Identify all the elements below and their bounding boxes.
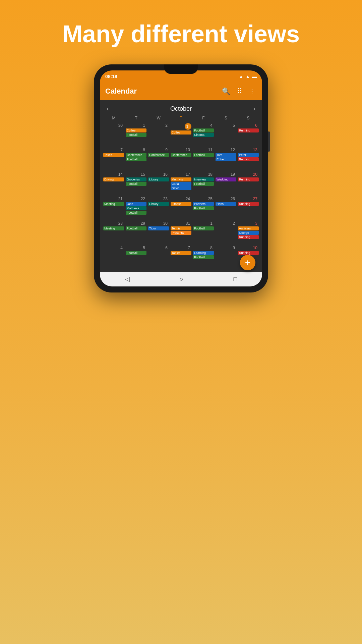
event-driving[interactable]: Driving (103, 177, 124, 181)
event-wedding[interactable]: Wedding (216, 177, 236, 181)
event-conference-10[interactable]: Conference (171, 153, 191, 157)
event-football-5[interactable]: Football (126, 251, 146, 255)
event-football-8b[interactable]: Football (193, 255, 214, 259)
event-football-15[interactable]: Football (126, 182, 146, 186)
event-mom-visit[interactable]: Mom visit (171, 177, 191, 181)
event-football[interactable]: Football (126, 133, 146, 137)
event-partners[interactable]: Partners (193, 202, 214, 206)
event-taxes[interactable]: Taxes (103, 153, 124, 157)
cal-cell-oct13[interactable]: 13 Peter Running (237, 147, 259, 171)
event-running-3[interactable]: Running (238, 235, 259, 239)
cal-cell-oct8[interactable]: 8 Conference Football (125, 147, 147, 171)
search-icon[interactable]: 🔍 (221, 86, 232, 97)
cal-cell-oct31[interactable]: 31 Tennis Presenta (170, 220, 192, 245)
event-carla[interactable]: Carla (171, 182, 191, 186)
cal-cell-oct5[interactable]: 5 (215, 122, 237, 147)
event-running-6[interactable]: Running (238, 128, 259, 132)
cal-cell-oct23[interactable]: 23 Library (147, 196, 170, 220)
cal-cell-oct22[interactable]: 22 Jane Math exa Football (125, 196, 147, 220)
cal-cell-oct25[interactable]: 25 Partners Football (192, 196, 215, 220)
cal-cell-nov2[interactable]: 2 (215, 220, 237, 245)
cal-cell-oct26[interactable]: 26 Hans (215, 196, 237, 220)
event-running-13[interactable]: Running (238, 157, 259, 161)
event-football-nov1[interactable]: Football (193, 226, 214, 230)
cal-cell-nov6[interactable]: 6 (147, 245, 170, 269)
next-month-button[interactable]: › (253, 105, 255, 112)
cal-cell-nov9[interactable]: 9 (215, 245, 237, 269)
cal-cell-sep30[interactable]: 30 (103, 122, 125, 147)
cal-cell-oct27[interactable]: 27 Running (237, 196, 259, 220)
event-cinema[interactable]: Cinema (193, 133, 214, 137)
event-conference-span[interactable]: Conference (148, 153, 169, 157)
add-event-fab[interactable]: + (240, 255, 255, 270)
event-groceries[interactable]: Groceries (126, 177, 146, 181)
event-football-18[interactable]: Football (193, 182, 214, 186)
cal-cell-oct9[interactable]: 9 Conference (147, 147, 170, 171)
event-annivers[interactable]: Annivers (238, 226, 259, 230)
cal-cell-oct28[interactable]: 28 Meeting (103, 220, 125, 245)
event-football-22[interactable]: Football (126, 211, 146, 215)
cal-cell-oct19[interactable]: 19 Wedding (215, 171, 237, 196)
event-running-10[interactable]: Running (238, 251, 259, 255)
cal-cell-oct10[interactable]: 10 Conference (170, 147, 192, 171)
event-learning[interactable]: Learning (193, 251, 214, 255)
cal-cell-oct30[interactable]: 30 Tibor (147, 220, 170, 245)
cal-cell-oct6[interactable]: 6 Running (237, 122, 259, 147)
event-david[interactable]: David (171, 186, 191, 190)
event-meeting-21[interactable]: Meeting (103, 202, 124, 206)
event-peter[interactable]: Peter (238, 153, 259, 157)
event-tom[interactable]: Tom (216, 153, 236, 157)
cal-cell-oct1[interactable]: 1 Coffee Football (125, 122, 147, 147)
event-george[interactable]: George (238, 231, 259, 235)
recent-button[interactable]: □ (233, 276, 237, 283)
event-robert[interactable]: Robert (216, 157, 236, 161)
event-presenta[interactable]: Presenta (171, 231, 191, 235)
event-football-fri[interactable]: Football (193, 128, 214, 132)
cal-cell-oct24[interactable]: 24 Fitness (170, 196, 192, 220)
event-football-11[interactable]: Football (193, 153, 214, 157)
cal-cell-oct29[interactable]: 29 Football (125, 220, 147, 245)
prev-month-button[interactable]: ‹ (107, 105, 109, 112)
event-football-25[interactable]: Football (193, 206, 214, 210)
cal-cell-nov3[interactable]: 3 Annivers George Running (237, 220, 259, 245)
cal-cell-oct12[interactable]: 12 Tom Robert (215, 147, 237, 171)
event-meeting-28[interactable]: Meeting (103, 226, 124, 230)
event-coffee[interactable]: Coffee (126, 128, 146, 132)
cal-cell-nov4[interactable]: 4 (103, 245, 125, 269)
cal-cell-nov8[interactable]: 8 Learning Football (192, 245, 215, 269)
event-tables[interactable]: Tables (171, 251, 191, 255)
back-button[interactable]: ◁ (125, 275, 130, 283)
event-tibor[interactable]: Tibor (148, 226, 169, 230)
grid-icon[interactable]: ⠿ (236, 86, 243, 97)
cal-cell-oct4[interactable]: 4 Football Cinema (192, 122, 215, 147)
event-fitness[interactable]: Fitness (171, 202, 191, 206)
event-math-exa[interactable]: Math exa (126, 206, 146, 210)
event-tennis[interactable]: Tennis (171, 226, 191, 230)
cal-cell-oct3[interactable]: 3 Coffee (170, 122, 192, 147)
cal-cell-oct14[interactable]: 14 Driving (103, 171, 125, 196)
event-library-16[interactable]: Library (148, 177, 169, 181)
event-running-27[interactable]: Running (238, 202, 259, 206)
cal-cell-oct7[interactable]: 7 Taxes (103, 147, 125, 171)
event-hans[interactable]: Hans (216, 202, 236, 206)
more-icon[interactable]: ⋮ (247, 86, 257, 97)
cal-cell-oct20[interactable]: 20 Running (237, 171, 259, 196)
event-football-29[interactable]: Football (126, 226, 146, 230)
event-coffee-thu[interactable]: Coffee (171, 130, 191, 135)
event-interview[interactable]: Interview (193, 177, 214, 181)
cal-cell-nov1[interactable]: 1 Football (192, 220, 215, 245)
event-football-8[interactable]: Football (126, 157, 146, 161)
event-conference[interactable]: Conference (126, 153, 146, 157)
cal-cell-oct16[interactable]: 16 Library (147, 171, 170, 196)
cal-cell-oct11[interactable]: 11 Football (192, 147, 215, 171)
cal-cell-nov5[interactable]: 5 Football (125, 245, 147, 269)
home-button[interactable]: ○ (180, 276, 183, 283)
cal-cell-oct21[interactable]: 21 Meeting (103, 196, 125, 220)
cal-cell-oct2[interactable]: 2 (147, 122, 170, 147)
event-library-23[interactable]: Library (148, 202, 169, 206)
cal-cell-oct17[interactable]: 17 Mom visit Carla David (170, 171, 192, 196)
cal-cell-oct15[interactable]: 15 Groceries Football (125, 171, 147, 196)
cal-cell-nov7[interactable]: 7 Tables (170, 245, 192, 269)
event-running-20[interactable]: Running (238, 177, 259, 181)
cal-cell-oct18[interactable]: 18 Interview Football (192, 171, 215, 196)
